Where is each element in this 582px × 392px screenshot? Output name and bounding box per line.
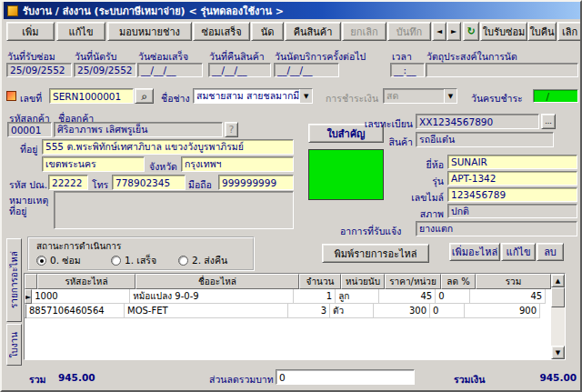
radio-label: 0. ซ่อม [50,253,81,268]
due-date-field[interactable]: __/__ [533,89,578,103]
edit-button[interactable]: แก้ไข [56,22,105,41]
technician-value: สมชายสาม สายชลมากมี [196,88,299,104]
add-button[interactable]: เพิ่ม [6,22,55,41]
repair-slip-button[interactable]: ใบรับซ่อม [480,22,527,41]
app-window: รับงาน / ส่งงาน (ระบบภาษีเหมาจ่าย) < รุ่… [0,0,582,392]
current-row-marker-icon: ► [25,289,32,304]
col-unit[interactable]: หน่วยนับ [341,274,385,289]
search-icon[interactable]: ⌕ [135,88,154,104]
mobile-field[interactable]: 999999999 [218,175,294,190]
radio-status-finished[interactable]: 1. เสร็จ [111,253,156,268]
table-row[interactable]: 8857106460564 MOS-FET 3 ตัว 300 0 900 [25,304,565,318]
save-button[interactable]: บันทึก [387,22,431,41]
window-title: รับงาน / ส่งงาน (ระบบภาษีเหมาจ่าย) < รุ่… [23,3,284,19]
address-line2-field[interactable]: เขตพระนคร [42,156,145,172]
return-goods-button[interactable]: คืนสินค้า [285,22,341,41]
doc-no-label: เลขที่ [20,91,42,106]
parts-table-header: รหัสอะไหล่ ชื่ออะไหล่ จำนวน หน่วยนับ ราค… [25,274,565,289]
col-name[interactable]: ชื่ออะไหล่ [135,274,299,289]
item-label: สินค้า [375,135,413,150]
edit-part-button[interactable]: แก้ไข [501,243,536,261]
province-field[interactable]: กรุงเทพฯ [181,156,294,172]
payment-label: การชำระเงิน [326,91,378,106]
title-bar: รับงาน / ส่งงาน (ระบบภาษีเหมาจ่าย) < รุ่… [4,2,582,19]
col-qty[interactable]: จำนวน [299,274,341,289]
registration-more-icon[interactable]: ... [541,114,556,129]
address-note-label2: ที่อยู่ [9,204,26,219]
model-field[interactable]: APT-1342 [447,171,577,186]
province-label: จังหวัด [149,159,177,175]
customer-name-field[interactable]: ศิริอาภาพร เลิศพรูเย็น [54,122,223,137]
cell-qty: 1 [294,289,336,304]
address-note-field[interactable] [54,191,294,229]
customer-code-field[interactable]: 00001 [7,122,52,137]
chevron-down-icon[interactable]: ▼ [299,88,313,104]
return-slip-button[interactable]: ใบคืน [527,22,557,41]
cell-unit: ลูก [336,289,379,304]
doc-no-field[interactable]: SERN1000001 [49,88,134,104]
payment-value: สด [386,88,398,104]
radio-status-returned[interactable]: 2. ส่งคืน [178,253,227,268]
total-value: 945.00 [58,372,95,383]
item-field[interactable]: รถอีแต๋น [416,132,554,147]
status-group-label: สถานะการดำเนินการ [36,239,121,253]
cell-unit: ตัว [330,304,374,318]
cancel-button[interactable]: ยกเลิก [342,22,386,41]
mileage-label: เลขไมล์ [400,190,444,206]
assign-technician-button[interactable]: มอบหมายช่าง [107,22,192,41]
prev-record-icon[interactable]: ◄ [432,22,447,41]
zip-label: รหัส ปณ. [9,177,47,193]
mileage-field[interactable]: 123456789 [447,187,577,202]
cell-code: 8857106460564 [26,304,125,318]
next-record-icon[interactable]: ► [447,22,461,41]
address-label: ที่อยู่ [20,142,37,157]
print-parts-button[interactable]: พิมพ์รายการอะไหล่ [322,244,429,263]
cell-total: 900 [465,304,540,318]
table-scrollbar[interactable]: ▲ ▼ [551,274,565,359]
brand-field[interactable]: SUNAIR [447,155,577,169]
zip-field[interactable]: 22222 [48,175,88,190]
col-code[interactable]: รหัสอะไหล่ [37,274,135,289]
delete-part-button[interactable]: ลบ [537,243,564,261]
address-line1-field[interactable]: 555 ต.พระพิทักษ์เทศาภิบาล แขวงวังบูรพาภิ… [42,139,294,155]
app-icon [7,5,18,16]
brand-label: ยี่ห้อ [409,157,444,173]
scroll-down-icon[interactable]: ▼ [551,346,565,359]
col-discount[interactable]: ลด % [441,274,476,289]
grand-total-label: รวมเงิน [454,372,485,387]
registration-field[interactable]: XX1234567890 [416,114,539,129]
cell-discount: 0 [436,289,470,304]
appointment-purpose-field[interactable] [426,63,578,77]
add-part-button[interactable]: เพิ่มอะไหล่ [449,243,500,261]
refresh-icon[interactable]: ↻ [463,22,479,41]
model-label: รุ่น [415,174,444,189]
received-date-field[interactable]: 25/09/2552 [6,63,72,77]
tab-job-sheet[interactable]: ใบงาน [6,324,22,366]
customer-help-icon[interactable]: ? [225,122,238,137]
returned-date-field[interactable]: __/__/__ [208,63,271,77]
repair-done-button[interactable]: ซ่อมเสร็จ [193,22,250,41]
radio-status-repair[interactable]: 0. ซ่อม [36,253,81,268]
pickup-date-field[interactable]: 25/09/2552 [74,63,136,77]
scrollbar-thumb[interactable] [551,287,565,307]
appointment-button[interactable]: นัด [251,22,284,41]
technician-combo[interactable]: สมชายสาม สายชลมากมี ▼ [193,88,313,104]
tab-parts-list[interactable]: รายการอะไหล่ [6,238,22,322]
phone-field[interactable]: 778902345 [112,175,186,190]
toolbar: เพิ่ม แก้ไข มอบหมายช่าง ซ่อมเสร็จ นัด คื… [2,21,582,44]
col-total[interactable]: รวม [476,274,551,289]
next-service-date-field[interactable]: __/__/__ [274,63,339,77]
table-row[interactable]: ► 1000 หม้อแปลง 9-0-9 1 ลูก 45 0 45 [25,289,565,304]
status-indicator-box [308,149,384,200]
payment-combo: สด ▼ [383,88,457,104]
exit-button[interactable]: เลิก [557,22,582,41]
condition-field[interactable]: ปกติ [447,204,577,218]
time-field[interactable]: __:__ [390,63,425,77]
grand-total-value: 945.00 [511,372,577,383]
col-price[interactable]: ราคา/หน่วย [385,274,441,289]
finished-date-field[interactable]: __/__/__ [137,63,203,77]
scroll-up-icon[interactable]: ▲ [551,274,565,287]
symptom-field[interactable]: ยางแตก [416,221,577,236]
registration-label: เลขทะเบียน [356,116,413,132]
discount-input[interactable]: 0 [276,369,415,385]
